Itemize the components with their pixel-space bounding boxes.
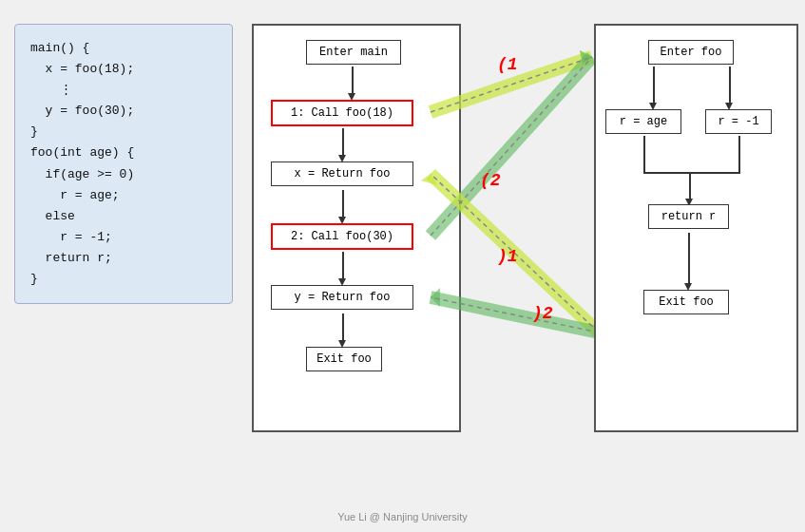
code-line: return r; — [30, 248, 217, 269]
node-call-foo-30: 2: Call foo(30) — [271, 223, 413, 250]
arrow-left — [653, 66, 655, 104]
arrow — [342, 190, 344, 218]
label-c2: (2 — [480, 171, 501, 190]
code-line: y = foo(30); — [30, 101, 217, 122]
label-p1: )1 — [497, 247, 518, 266]
label-c1: (1 — [497, 55, 518, 74]
node-enter-main: Enter main — [306, 40, 401, 65]
node-call-foo-18: 1: Call foo(18) — [271, 100, 413, 126]
arrow — [342, 128, 344, 157]
arrow — [342, 314, 344, 342]
code-line: r = -1; — [30, 227, 217, 248]
node-r-age: r = age — [605, 109, 681, 134]
node-exit-foo: Exit foo — [643, 290, 729, 314]
code-line: ⋮ — [30, 80, 217, 101]
node-y-return-foo: y = Return foo — [271, 285, 413, 310]
merge-line — [643, 172, 740, 174]
node-enter-foo: Enter foo — [648, 40, 734, 65]
footer-text: Yue Li @ Nanjing University — [0, 511, 805, 522]
arrow — [342, 252, 344, 280]
green-arrowhead-c2 — [580, 50, 592, 64]
code-line: } — [30, 269, 217, 290]
code-line: if(age >= 0) — [30, 164, 217, 185]
label-p2: )2 — [532, 304, 553, 323]
code-line: } — [30, 122, 217, 142]
code-line: x = foo(18); — [30, 59, 217, 80]
arrow-from-rminus1 — [738, 136, 740, 174]
code-line: r = age; — [30, 185, 217, 206]
footer-label: Yue Li @ Nanjing University — [337, 511, 468, 522]
main-container: main() { x = foo(18); ⋮ y = foo(30); } f… — [0, 0, 805, 532]
foo-flow-box: Enter foo r = age r = -1 — [594, 24, 798, 432]
code-panel: main() { x = foo(18); ⋮ y = foo(30); } f… — [14, 24, 233, 304]
merge-arrow — [689, 172, 691, 200]
code-line: foo(int age) { — [30, 142, 217, 163]
main-flow-box: Enter main 1: Call foo(18) x = Return fo… — [252, 24, 461, 432]
node-x-return-foo: x = Return foo — [271, 162, 413, 186]
arrow — [352, 66, 354, 95]
code-line: else — [30, 206, 217, 227]
flowchart-area: Enter main 1: Call foo(18) x = Return fo… — [252, 24, 798, 432]
node-exit-foo-main: Exit foo — [306, 347, 382, 371]
code-line: main() { — [30, 38, 217, 59]
node-r-minus1: r = -1 — [705, 109, 772, 134]
arrow-right — [729, 66, 731, 104]
green-arrowhead-c1 — [580, 50, 592, 64]
node-return-r: return r — [648, 204, 729, 229]
arrow-from-rage — [643, 136, 645, 174]
arrow-to-exit — [688, 233, 690, 285]
